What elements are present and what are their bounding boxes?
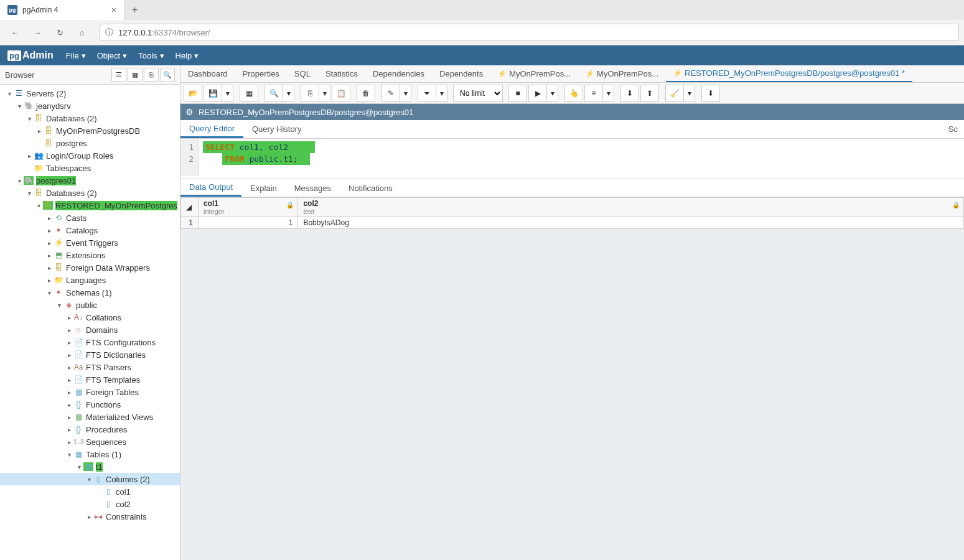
tree-languages[interactable]: ▸📁Languages [0,274,180,286]
tree-schemas[interactable]: ▾✦Schemas (1) [0,286,180,299]
menu-tools[interactable]: Tools ▾ [138,51,164,60]
tree-tables[interactable]: ▾▦Tables (1) [0,448,180,460]
cell-col2[interactable]: BobbyIsADog [298,217,964,229]
save-file-dropdown[interactable]: ▾ [222,85,233,102]
tree-extensions[interactable]: ▸⬒Extensions [0,249,180,261]
browser-tab[interactable]: pg pgAdmin 4 × [0,0,124,20]
tree-servers[interactable]: ▾☰Servers (2) [0,87,180,100]
clear-dropdown[interactable]: ▾ [684,85,695,102]
tab-explain[interactable]: Explain [241,179,286,197]
explain-analyze-button[interactable]: ≡ [584,85,603,102]
menu-file[interactable]: File ▾ [66,51,86,60]
find-button[interactable]: 🔍 [264,85,283,102]
tree-fts-conf[interactable]: ▸📄FTS Configurations [0,336,180,348]
url-bar[interactable]: ⓘ 127.0.0.1:63374/browser/ [100,24,959,41]
table-row[interactable]: 1 1 BobbyIsADog [181,217,964,229]
rollback-button[interactable]: ⬆ [640,85,659,102]
tree-server-1[interactable]: ▾🐘jeanydsrv [0,100,180,112]
tab-query-2[interactable]: ⚡MyOnPremPos... [578,65,666,83]
sql-editor[interactable]: 1 2 SELECT col1, col2 FROM public.t1; [180,139,964,176]
tree-col2[interactable]: ▯col2 [0,498,180,510]
download-button[interactable]: ⬇ [701,85,720,102]
filter-button[interactable]: ⏷ [418,85,436,102]
find-dropdown[interactable]: ▾ [283,85,294,102]
tree-db-postgres[interactable]: 🗄postgres [0,137,180,149]
new-tab-button[interactable]: + [124,4,145,16]
sidebar-tool-3[interactable]: ⎘ [144,68,159,82]
limit-select[interactable]: No limit [453,85,503,102]
cell-col1[interactable]: 1 [199,217,298,229]
tab-dashboard[interactable]: Dashboard [180,65,235,83]
tree-constraints[interactable]: ▸▸◂Constraints [0,510,180,523]
back-button[interactable]: ← [5,22,25,42]
forward-button[interactable]: → [27,22,47,42]
tab-data-output[interactable]: Data Output [180,179,241,197]
tree-casts[interactable]: ▸⟲Casts [0,212,180,224]
tab-dependents[interactable]: Dependents [432,65,490,83]
grid-header-col2[interactable]: col2 text 🔒 [298,198,964,217]
grid-corner[interactable]: ◢ [181,198,199,217]
stop-button[interactable]: ■ [508,85,527,102]
edit-dropdown[interactable]: ▾ [400,85,411,102]
copy-button[interactable]: ⎘ [301,85,319,102]
tab-query-editor[interactable]: Query Editor [180,120,243,138]
tree-procedures[interactable]: ▸{}Procedures [0,423,180,436]
tree-schema-public[interactable]: ▾◈public [0,299,180,311]
code-lines[interactable]: SELECT col1, col2 FROM public.t1; [199,139,319,176]
open-file-button[interactable]: 📂 [184,85,202,102]
commit-button[interactable]: ⬇ [620,85,639,102]
tab-properties[interactable]: Properties [235,65,287,83]
tree-tablespaces[interactable]: 📁Tablespaces [0,162,180,174]
object-tree[interactable]: ▾☰Servers (2) ▾🐘jeanydsrv ▾🗄Databases (2… [0,85,180,560]
tree-columns[interactable]: ▾▯Columns (2) [0,473,180,485]
tree-login-roles[interactable]: ▸👥Login/Group Roles [0,149,180,162]
tree-catalogs[interactable]: ▸✦Catalogs [0,224,180,236]
menu-object[interactable]: Object ▾ [97,51,128,60]
tree-sequences[interactable]: ▸1..3Sequences [0,436,180,448]
menu-help[interactable]: Help ▾ [175,51,199,60]
tree-databases-2[interactable]: ▾🗄Databases (2) [0,187,180,199]
home-button[interactable]: ⌂ [72,22,92,42]
sidebar-tool-1[interactable]: ☰ [111,68,126,82]
tree-databases-1[interactable]: ▾🗄Databases (2) [0,112,180,124]
site-info-icon[interactable]: ⓘ [105,27,113,38]
copy-dropdown[interactable]: ▾ [319,85,330,102]
result-grid[interactable]: ◢ col1 integer 🔒 col2 text 🔒 1 [180,197,964,229]
delete-button[interactable]: 🗑 [357,85,375,102]
edit-button[interactable]: ✎ [381,85,400,102]
tab-query-3[interactable]: ⚡RESTORED_MyOnPremPostgresDB/postgres@po… [666,65,912,83]
save-file-button[interactable]: 💾 [204,85,222,102]
tree-collations[interactable]: ▸A↓Collations [0,311,180,324]
tree-fdw[interactable]: ▸🗄Foreign Data Wrappers [0,261,180,274]
row-number[interactable]: 1 [181,217,199,229]
tree-fts-templates[interactable]: ▸📄FTS Templates [0,373,180,386]
tree-functions[interactable]: ▸{}Functions [0,398,180,411]
execute-dropdown[interactable]: ▾ [547,85,558,102]
tree-col1[interactable]: ▯col1 [0,485,180,498]
tab-query-1[interactable]: ⚡MyOnPremPos... [490,65,578,83]
tree-fts-parsers[interactable]: ▸AaFTS Parsers [0,361,180,373]
tree-db-myonprem[interactable]: ▸🗄MyOnPremPostgresDB [0,124,180,137]
tab-query-history[interactable]: Query History [243,120,310,138]
execute-button[interactable]: ▶ [528,85,547,102]
tab-statistics[interactable]: Statistics [318,65,365,83]
explain-button[interactable]: 👆 [564,85,583,102]
connection-icon[interactable]: ⚙ [185,107,194,117]
clear-button[interactable]: 🧹 [665,85,684,102]
explain-dropdown[interactable]: ▾ [603,85,614,102]
tree-mviews[interactable]: ▸▦Materialized Views [0,411,180,423]
grid-header-col1[interactable]: col1 integer 🔒 [199,198,298,217]
tree-event-triggers[interactable]: ▸⚡Event Triggers [0,236,180,249]
tree-db-restored[interactable]: ▾🗄RESTORED_MyOnPremPostgres [0,199,180,212]
filter-dropdown[interactable]: ▾ [436,85,447,102]
sidebar-tool-2[interactable]: ▦ [128,68,143,82]
tree-foreign-tables[interactable]: ▸▦Foreign Tables [0,386,180,398]
tree-table-t1[interactable]: ▾▦t1 [0,460,180,473]
tab-messages[interactable]: Messages [286,179,340,197]
close-icon[interactable]: × [111,5,116,15]
tree-server-2[interactable]: ▾🐘postgres01 [0,174,180,187]
tree-domains[interactable]: ▸⌂Domains [0,324,180,336]
sidebar-tool-search[interactable]: 🔍 [160,68,175,82]
tab-dependencies[interactable]: Dependencies [365,65,432,83]
refresh-button[interactable]: ↻ [50,22,70,42]
